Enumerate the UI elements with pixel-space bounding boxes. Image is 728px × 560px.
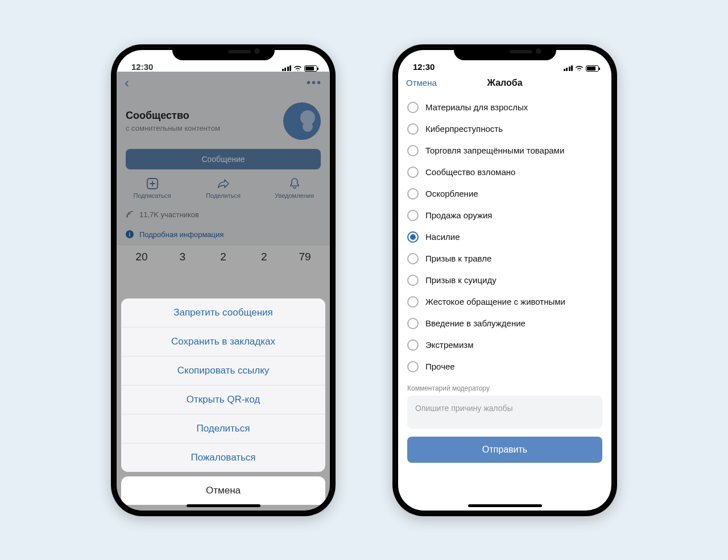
sheet-copy-link[interactable]: Скопировать ссылку xyxy=(121,356,325,385)
submit-button[interactable]: Отправить xyxy=(407,437,602,463)
sheet-report[interactable]: Пожаловаться xyxy=(121,443,325,472)
status-icons xyxy=(282,65,318,72)
comment-input[interactable]: Опишите причину жалобы xyxy=(407,396,602,429)
status-icons xyxy=(564,65,599,72)
battery-icon xyxy=(304,65,317,72)
sheet-open-qr[interactable]: Открыть QR-код xyxy=(121,385,325,414)
radio-icon xyxy=(407,210,419,221)
sheet-block-messages[interactable]: Запретить сообщения xyxy=(121,298,325,327)
report-option[interactable]: Сообщество взломано xyxy=(398,161,611,183)
signal-icon xyxy=(282,65,292,71)
notch xyxy=(454,44,556,60)
radio-icon xyxy=(407,253,419,264)
report-option[interactable]: Призыв к суициду xyxy=(398,269,611,291)
report-option-label: Призыв к травле xyxy=(425,254,491,263)
report-option-label: Материалы для взрослых xyxy=(425,102,528,112)
nav-bar: Отмена Жалоба xyxy=(398,72,611,94)
report-option-label: Экстремизм xyxy=(425,340,473,350)
comment-section: Комментарий модератору Опишите причину ж… xyxy=(398,381,611,429)
report-option-label: Призыв к суициду xyxy=(425,275,497,285)
report-option[interactable]: Призыв к травле xyxy=(398,248,611,269)
radio-icon xyxy=(407,145,419,156)
wifi-icon xyxy=(293,65,302,72)
phone-right: 12:30 Отмена Жалоба Материалы для взросл… xyxy=(392,44,617,516)
home-indicator[interactable] xyxy=(187,504,260,507)
report-option-label: Продажа оружия xyxy=(425,210,493,220)
radio-icon xyxy=(407,102,419,113)
screen-left: 12:30 ‹ ••• Сообщество с сомнительным ко… xyxy=(117,50,330,511)
page-title: Жалоба xyxy=(398,78,611,88)
radio-icon xyxy=(407,275,419,286)
report-option[interactable]: Киберпреступность xyxy=(398,118,611,140)
sheet-share[interactable]: Поделиться xyxy=(121,414,325,443)
radio-icon xyxy=(407,339,419,351)
status-time: 12:30 xyxy=(131,62,153,72)
radio-icon xyxy=(407,188,419,200)
report-option[interactable]: Экстремизм xyxy=(398,334,611,356)
report-option[interactable]: Материалы для взрослых xyxy=(398,97,611,118)
report-options: Материалы для взрослыхКиберпреступностьТ… xyxy=(398,94,611,381)
radio-icon xyxy=(407,318,419,329)
report-option[interactable]: Продажа оружия xyxy=(398,205,611,226)
radio-icon xyxy=(407,231,419,243)
battery-icon xyxy=(586,65,599,72)
report-option[interactable]: Введение в заблуждение xyxy=(398,313,611,334)
home-indicator[interactable] xyxy=(468,504,542,507)
report-option-label: Введение в заблуждение xyxy=(425,318,526,328)
report-option-label: Прочее xyxy=(425,362,455,371)
screen-right: 12:30 Отмена Жалоба Материалы для взросл… xyxy=(398,50,611,511)
report-option[interactable]: Жестокое обращение с животными xyxy=(398,291,611,313)
radio-icon xyxy=(407,123,419,135)
notch xyxy=(172,44,275,60)
status-time: 12:30 xyxy=(413,62,435,72)
sheet-save-bookmarks[interactable]: Сохранить в закладках xyxy=(121,327,325,356)
report-option-label: Киберпреступность xyxy=(425,124,503,134)
phone-left: 12:30 ‹ ••• Сообщество с сомнительным ко… xyxy=(111,44,336,516)
report-option[interactable]: Прочее xyxy=(398,356,611,378)
report-option[interactable]: Оскорбление xyxy=(398,183,611,205)
radio-icon xyxy=(407,361,419,372)
sheet-cancel[interactable]: Отмена xyxy=(121,476,325,505)
action-sheet: Запретить сообщения Сохранить в закладка… xyxy=(121,298,325,505)
signal-icon xyxy=(564,65,573,71)
radio-icon xyxy=(407,167,419,178)
report-option-label: Жестокое обращение с животными xyxy=(425,297,565,306)
report-option[interactable]: Торговля запрещёнными товарами xyxy=(398,140,611,161)
report-option-label: Насилие xyxy=(425,232,460,242)
report-option-label: Торговля запрещёнными товарами xyxy=(425,146,564,155)
comment-label: Комментарий модератору xyxy=(407,384,602,392)
wifi-icon xyxy=(575,65,584,72)
report-option-label: Оскорбление xyxy=(425,189,478,198)
radio-icon xyxy=(407,296,419,308)
report-option[interactable]: Насилие xyxy=(398,226,611,248)
report-option-label: Сообщество взломано xyxy=(425,167,515,177)
